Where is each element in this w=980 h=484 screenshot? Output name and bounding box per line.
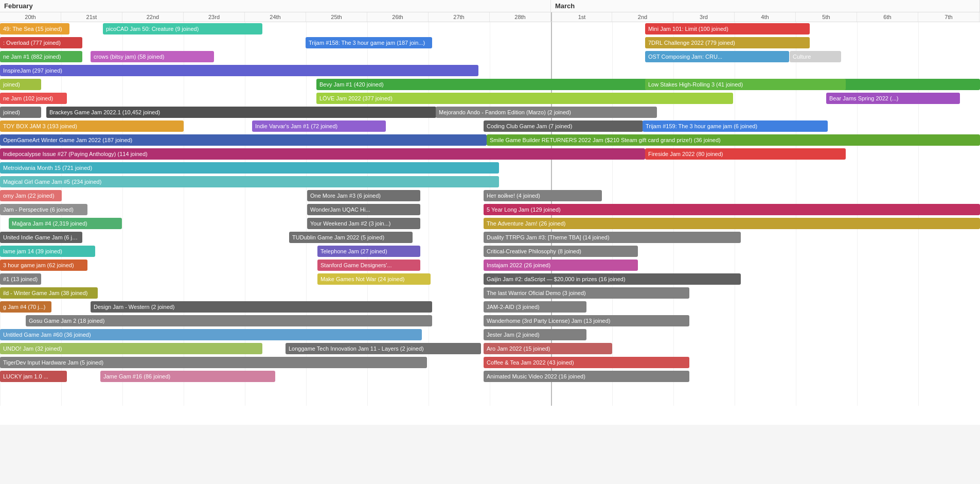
jam-bar-j45[interactable]: Gaijin Jam #2: daScript — $20,000 in pri… — [484, 273, 741, 285]
day-col-7th: 7th — [918, 12, 979, 22]
jam-bar-j67[interactable]: Low Stakes High-Rolling 3 (41 joined) — [645, 79, 846, 90]
jam-bar-j5[interactable]: ne Jam #1 (882 joined) — [0, 51, 82, 62]
jam-bar-j34[interactable]: United Indie Game Jam (6 joined) — [0, 232, 82, 243]
jam-label-j60: LUCKY jam 1.0 ... — [3, 373, 48, 379]
jam-bar-j4[interactable]: : Overload (777 joined) — [0, 37, 82, 48]
jam-bar-j38[interactable]: Telephone Jam (27 joined) — [317, 246, 420, 257]
jam-label-j38: Telephone Jam (27 joined) — [320, 248, 387, 254]
jam-bar-j29[interactable]: WonderJam UQAC Hi... — [307, 204, 420, 215]
month-march: March — [551, 0, 980, 12]
jam-label-j66: Culture — [793, 54, 811, 60]
jam-bar-j32[interactable]: Your Weekend Jam #2 (3 join...) — [307, 218, 420, 229]
jam-bar-j66[interactable]: Culture — [790, 51, 841, 62]
jam-bar-j60[interactable]: LUCKY jam 1.0 ... — [0, 371, 67, 382]
jam-bar-j64[interactable]: 7DRL Challenge 2022 (779 joined) — [645, 37, 810, 48]
day-col-28th: 28th — [490, 12, 551, 22]
jam-bar-j68[interactable]: Bear Jams Spring 2022 (...) — [826, 93, 960, 104]
jam-bar-j19[interactable]: OpenGameArt Winter Game Jam 2022 (187 jo… — [0, 134, 487, 146]
jam-bar-j1[interactable]: 49: The Sea (15 joined) — [0, 23, 69, 34]
jam-bar-j57[interactable]: Aro Jam 2022 (15 joined) — [484, 343, 612, 354]
jam-bar-j28[interactable]: Jam - Perspective (6 joined) — [0, 204, 87, 215]
jam-bar-j42[interactable]: Instajam 2022 (26 joined) — [484, 260, 638, 271]
jam-label-j16: Indie Varvar's Jam #1 (72 joined) — [255, 123, 337, 129]
jam-bar-j52[interactable]: Wanderhome (3rd Party License) Jam (13 j… — [484, 315, 689, 326]
jam-bar-j63[interactable]: Mini Jam 101: Limit (100 joined) — [645, 23, 810, 34]
jam-bar-j12[interactable]: joined) — [0, 107, 41, 118]
jam-label-j45: Gaijin Jam #2: daScript — $20,000 in pri… — [487, 276, 626, 282]
jam-bar-j65[interactable]: OST Composing Jam: CRU... — [645, 51, 789, 62]
jam-bar-j62[interactable]: Animated Music Video 2022 (16 joined) — [484, 371, 689, 382]
jam-bar-j54[interactable]: Jester Jam (2 joined) — [484, 329, 586, 340]
jam-label-j40: 3 hour game jam (62 joined) — [3, 262, 74, 268]
jam-bar-j44[interactable]: Make Games Not War (24 joined) — [317, 273, 431, 285]
jam-label-j24: Magical Girl Game Jam #5 (234 joined) — [3, 179, 101, 185]
jam-label-j10: ne Jam (102 joined) — [3, 95, 53, 101]
jam-bar-j24[interactable]: Magical Girl Game Jam #5 (234 joined) — [0, 176, 499, 187]
jam-bar-j55[interactable]: UNDO! Jam (32 joined) — [0, 343, 262, 354]
jam-bar-j46[interactable]: ild - Winter Game Jam (38 joined) — [0, 287, 98, 299]
jam-label-j63: Mini Jam 101: Limit (100 joined) — [648, 26, 728, 32]
jam-bar-j58[interactable]: TigerDev Input Hardware Jam (5 joined) — [0, 357, 427, 368]
jam-label-j33: The Adventure Jam! (26 joined) — [487, 220, 565, 227]
jam-label-j49: Design Jam - Western (2 joined) — [94, 304, 175, 310]
day-col-25th: 25th — [306, 12, 367, 22]
jam-bar-j47[interactable]: The last Warrior Oficial Demo (3 joined) — [484, 287, 689, 299]
jam-bar-j16[interactable]: Indie Varvar's Jam #1 (72 joined) — [252, 120, 386, 132]
jam-bar-j23[interactable]: Metroidvania Month 15 (721 joined) — [0, 162, 499, 174]
jam-bar-j15[interactable]: TOY BOX JAM 3 (193 joined) — [0, 120, 184, 132]
jam-bar-j50[interactable]: JAM-2-AID (3 joined) — [484, 301, 586, 313]
jam-bar-j40[interactable]: 3 hour game jam (62 joined) — [0, 260, 87, 271]
jam-bar-j39[interactable]: Critical-Creative Philosophy (8 joined) — [484, 246, 638, 257]
jam-bar-j2[interactable]: picoCAD Jam 50: Creature (9 joined) — [103, 23, 262, 34]
jam-label-j22: Fireside Jam 2022 (80 joined) — [648, 151, 723, 157]
jam-bar-j14[interactable]: Mejorando Ando - Fandom Edition (Marzo) … — [436, 107, 657, 118]
jam-bar-j56[interactable]: Longgame Tech Innovation Jam 11 - Layers… — [286, 343, 481, 354]
jam-bar-j27[interactable]: Нет войне! (4 joined) — [484, 190, 602, 201]
jam-bar-j26[interactable]: One More Jam #3 (6 joined) — [307, 190, 420, 201]
jam-bar-j59[interactable]: Coffee & Tea Jam 2022 (43 joined) — [484, 357, 689, 368]
jam-bar-j30[interactable]: 5 Year Long Jam (129 joined) — [484, 204, 980, 215]
jam-bar-j6[interactable]: crows (bitsy jam) (58 joined) — [91, 51, 214, 62]
jam-bar-j18[interactable]: Trijam #159: The 3 hour game jam (6 join… — [643, 120, 828, 132]
jam-bar-j43[interactable]: #1 (13 joined) — [0, 273, 41, 285]
day-col-3rd: 3rd — [673, 12, 735, 22]
jam-bar-j37[interactable]: lame jam 14 (39 joined) — [0, 246, 95, 257]
jam-bar-j13[interactable]: Brackeys Game Jam 2022.1 (10,452 joined) — [46, 107, 436, 118]
day-col-1st: 1st — [551, 12, 612, 22]
jam-bar-j35[interactable]: TUDublin Game Jam 2022 (5 joined) — [289, 232, 413, 243]
jam-bar-j33[interactable]: The Adventure Jam! (26 joined) — [484, 218, 980, 229]
jam-bar-j17[interactable]: Coding Club Game Jam (7 joined) — [484, 120, 643, 132]
days-header: 20th21st22nd23rd24th25th26th27th28th1st2… — [0, 12, 980, 22]
day-col-6th: 6th — [857, 12, 918, 22]
day-col-26th: 26th — [367, 12, 429, 22]
jam-bar-j49[interactable]: Design Jam - Western (2 joined) — [91, 301, 432, 313]
months-header: February March — [0, 0, 980, 12]
jam-bar-j53[interactable]: Untitled Game Jam #60 (36 joined) — [0, 329, 422, 340]
day-col-22nd: 22nd — [122, 12, 184, 22]
jam-bar-j48[interactable]: g Jam #4 (70 j...) — [0, 301, 51, 313]
jam-label-j57: Aro Jam 2022 (15 joined) — [487, 345, 550, 352]
jam-label-j53: Untitled Game Jam #60 (36 joined) — [3, 332, 91, 338]
jam-label-j30: 5 Year Long Jam (129 joined) — [487, 206, 561, 213]
jam-label-j61: Jame Gam #16 (86 joined) — [103, 373, 170, 379]
jam-label-j59: Coffee & Tea Jam 2022 (43 joined) — [487, 359, 574, 366]
jam-bar-j31[interactable]: Mağara Jam #4 (2,319 joined) — [9, 218, 122, 229]
jam-label-j5: ne Jam #1 (882 joined) — [3, 54, 61, 60]
jam-bar-j11[interactable]: LÖVE Jam 2022 (377 joined) — [316, 93, 733, 104]
jam-bar-j41[interactable]: Stanford Game Designers'... — [317, 260, 420, 271]
jam-bar-j7[interactable]: InspireJam (297 joined) — [0, 65, 478, 76]
jam-bar-j22[interactable]: Fireside Jam 2022 (80 joined) — [645, 148, 846, 160]
jam-label-j2: picoCAD Jam 50: Creature (9 joined) — [106, 26, 199, 32]
jam-label-j1: 49: The Sea (15 joined) — [3, 26, 62, 32]
jam-bar-j10[interactable]: ne Jam (102 joined) — [0, 93, 67, 104]
jam-bar-j20[interactable]: Smile Game Builder RETURNERS 2022 Jam ($… — [487, 134, 980, 146]
jam-bar-j51[interactable]: Gosu Game Jam 2 (18 joined) — [26, 315, 432, 326]
jam-bar-j21[interactable]: Indiepocalypse Issue #27 (Paying Antholo… — [0, 148, 645, 160]
day-col-27th: 27th — [429, 12, 490, 22]
jam-bar-j36[interactable]: Duality TTRPG Jam #3: [Theme TBA] (14 jo… — [484, 232, 741, 243]
jam-bar-j61[interactable]: Jame Gam #16 (86 joined) — [100, 371, 275, 382]
jam-bar-j8[interactable]: joined) — [0, 79, 41, 90]
jam-bar-j3[interactable]: Trijam #158: The 3 hour game jam (187 jo… — [306, 37, 432, 48]
jam-bar-j25[interactable]: omy Jam (22 joined) — [0, 190, 62, 201]
day-col-20th: 20th — [0, 12, 61, 22]
